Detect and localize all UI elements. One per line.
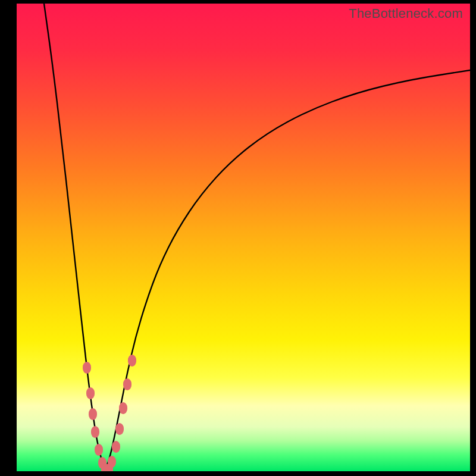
data-marker xyxy=(123,378,131,390)
watermark-text: TheBottleneck.com xyxy=(349,6,463,21)
data-marker xyxy=(128,355,136,367)
data-marker xyxy=(112,441,120,453)
data-marker xyxy=(95,444,103,456)
data-marker xyxy=(119,402,127,414)
data-marker xyxy=(83,362,91,374)
data-marker xyxy=(115,423,124,435)
data-marker xyxy=(91,426,99,438)
data-marker xyxy=(89,408,97,420)
chart-svg xyxy=(17,4,470,471)
gradient-bg xyxy=(17,4,470,471)
data-marker xyxy=(108,456,116,468)
chart-frame: TheBottleneck.com xyxy=(0,0,476,476)
data-marker xyxy=(86,387,95,399)
plot-area: TheBottleneck.com xyxy=(17,4,470,471)
